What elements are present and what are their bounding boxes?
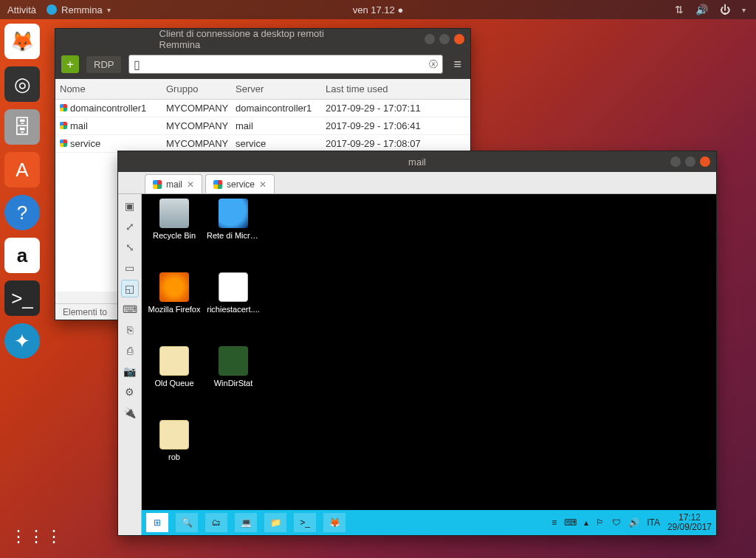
maximize-button[interactable] bbox=[685, 156, 695, 167]
session-side-toolbar: ▣ ⤢ ⤡ ▭ ◱ ⌨ ⎘ ⎙ 📷 ⚙ 🔌 bbox=[118, 194, 142, 535]
file-icon bbox=[159, 272, 189, 302]
search-input[interactable]: ▯ ⓧ bbox=[128, 55, 443, 74]
col-server[interactable]: Server bbox=[231, 83, 321, 94]
add-connection-button[interactable]: ＋ bbox=[61, 55, 79, 73]
windows-taskbar[interactable]: ⊞ 🔍 🗂 💻 📁 >_ 🦊 ≡ ⌨ ▴ 🏳 🛡 🔊 ITA 17:12 bbox=[142, 510, 716, 535]
tray-icon[interactable]: ▴ bbox=[584, 517, 588, 528]
protocol-icon bbox=[60, 104, 67, 111]
col-last[interactable]: Last time used bbox=[321, 83, 470, 94]
volume-icon[interactable]: 🔊 bbox=[695, 4, 708, 16]
start-button[interactable]: ⊞ bbox=[146, 513, 168, 532]
taskbar-item[interactable]: 💻 bbox=[235, 513, 257, 532]
launcher-terminal[interactable]: >_ bbox=[4, 280, 40, 316]
launcher-app[interactable]: ◎ bbox=[4, 66, 40, 102]
hamburger-menu-icon[interactable]: ≡ bbox=[450, 57, 464, 72]
power-icon[interactable]: ⏻ bbox=[720, 4, 730, 16]
keyboard-icon[interactable]: ⌨ bbox=[564, 517, 577, 528]
activities-button[interactable]: Attività bbox=[7, 4, 36, 16]
file-icon bbox=[219, 346, 248, 376]
protocol-icon bbox=[153, 180, 162, 189]
tray-icon[interactable]: 🛡 bbox=[612, 517, 621, 528]
show-apps-button[interactable]: ⋮⋮⋮ bbox=[10, 527, 63, 546]
table-row[interactable]: domaincontroller1 MYCOMPANY domaincontro… bbox=[55, 100, 470, 117]
session-tabbar: mail ✕ service ✕ bbox=[118, 172, 716, 194]
toolbar: ＋ RDP ▯ ⓧ ≡ bbox=[55, 49, 470, 79]
tool-button[interactable]: ⤡ bbox=[121, 238, 139, 256]
remmina-icon bbox=[47, 4, 57, 15]
icon-label: richiestacert.... bbox=[207, 305, 260, 314]
file-icon bbox=[219, 272, 248, 302]
desktop-icon[interactable]: WinDirStat bbox=[207, 346, 260, 388]
tray-icon[interactable]: 🏳 bbox=[596, 517, 605, 528]
close-button[interactable] bbox=[454, 34, 464, 44]
desktop-icon[interactable]: Rete di Micros... bbox=[207, 199, 260, 240]
lang-indicator[interactable]: ITA bbox=[647, 517, 660, 528]
tool-button[interactable]: 📷 bbox=[121, 362, 139, 380]
icon-label: Rete di Micros... bbox=[207, 231, 260, 240]
taskbar-item[interactable]: 🗂 bbox=[205, 513, 227, 532]
tab-mail[interactable]: mail ✕ bbox=[145, 174, 202, 193]
icon-label: WinDirStat bbox=[207, 379, 260, 388]
launcher-remmina[interactable]: ✦ bbox=[4, 323, 40, 359]
chevron-down-icon: ▾ bbox=[107, 6, 111, 14]
taskbar-item[interactable]: 🔍 bbox=[176, 513, 198, 532]
tool-button[interactable]: ▭ bbox=[121, 259, 139, 277]
minimize-button[interactable] bbox=[425, 34, 435, 44]
tray-icon[interactable]: 🔊 bbox=[628, 517, 639, 528]
launcher-firefox[interactable]: 🦊 bbox=[4, 24, 40, 59]
table-row[interactable]: mail MYCOMPANY mail 2017-09-29 - 17:06:4… bbox=[55, 117, 470, 135]
window-title: Client di connessione a desktop remoti R… bbox=[159, 28, 367, 50]
icon-label: Old Queue bbox=[148, 379, 201, 388]
launcher-software[interactable]: A bbox=[4, 152, 40, 187]
tray-icon[interactable]: ≡ bbox=[551, 517, 557, 528]
taskbar-item[interactable]: 🦊 bbox=[323, 513, 346, 532]
close-tab-icon[interactable]: ✕ bbox=[259, 179, 267, 190]
app-menu[interactable]: Remmina ▾ bbox=[47, 4, 111, 16]
launcher-help[interactable]: ? bbox=[4, 195, 40, 230]
taskbar-item[interactable]: >_ bbox=[294, 513, 316, 532]
tool-button[interactable]: ⚙ bbox=[121, 383, 139, 401]
clear-search-icon[interactable]: ⓧ bbox=[429, 58, 438, 71]
protocol-icon bbox=[60, 122, 67, 129]
icon-label: rob bbox=[148, 452, 201, 461]
titlebar[interactable]: Client di connessione a desktop remoti R… bbox=[55, 29, 470, 49]
col-gruppo[interactable]: Gruppo bbox=[162, 83, 231, 94]
tool-button[interactable]: ⤢ bbox=[121, 218, 139, 235]
remote-desktop-area[interactable]: ⊞ 🔍 🗂 💻 📁 >_ 🦊 ≡ ⌨ ▴ 🏳 🛡 🔊 ITA 17:12 bbox=[142, 194, 716, 535]
protocol-selector[interactable]: RDP bbox=[86, 56, 121, 73]
table-header[interactable]: Nome Gruppo Server Last time used bbox=[55, 79, 470, 100]
desktop-icon[interactable]: rob bbox=[148, 420, 201, 461]
tab-service[interactable]: service ✕ bbox=[205, 174, 275, 193]
taskbar-item[interactable]: 📁 bbox=[264, 513, 286, 532]
close-button[interactable] bbox=[700, 156, 710, 167]
taskbar-clock[interactable]: 17:12 29/09/2017 bbox=[667, 513, 712, 532]
remmina-session-window: mail mail ✕ service ✕ ▣ ⤢ ⤡ ▭ ◱ ⌨ ⎘ ⎙ 📷 bbox=[117, 151, 717, 536]
desktop-icon[interactable]: Mozilla Firefox bbox=[148, 272, 201, 314]
launcher-files[interactable]: 🗄 bbox=[4, 109, 40, 145]
minimize-button[interactable] bbox=[670, 156, 681, 167]
close-tab-icon[interactable]: ✕ bbox=[187, 179, 194, 190]
tool-button[interactable]: ⌨ bbox=[121, 300, 139, 318]
tool-button[interactable]: ⎘ bbox=[121, 321, 139, 339]
window-title: mail bbox=[408, 156, 426, 168]
clock[interactable]: ven 17.12 ● bbox=[353, 4, 404, 16]
col-nome[interactable]: Nome bbox=[55, 83, 162, 94]
tool-button[interactable]: ▣ bbox=[121, 197, 139, 215]
tool-button[interactable]: 🔌 bbox=[121, 404, 139, 421]
launcher-amazon[interactable]: a bbox=[4, 238, 40, 273]
system-tray[interactable]: ≡ ⌨ ▴ 🏳 🛡 🔊 ITA 17:12 29/09/2017 bbox=[551, 513, 712, 532]
maximize-button[interactable] bbox=[439, 34, 450, 44]
network-icon[interactable]: ⇅ bbox=[675, 4, 684, 16]
file-icon bbox=[159, 199, 189, 228]
search-icon: ▯ bbox=[134, 58, 140, 72]
icon-label: Recycle Bin bbox=[148, 231, 201, 240]
chevron-down-icon[interactable]: ▾ bbox=[742, 6, 746, 14]
tool-button[interactable]: ◱ bbox=[121, 280, 139, 297]
desktop-icon[interactable]: richiestacert.... bbox=[207, 272, 260, 314]
desktop-icon[interactable]: Old Queue bbox=[148, 346, 201, 388]
tool-button[interactable]: ⎙ bbox=[121, 342, 139, 359]
file-icon bbox=[219, 199, 248, 228]
protocol-icon bbox=[60, 140, 67, 147]
desktop-icon[interactable]: Recycle Bin bbox=[148, 199, 201, 240]
titlebar[interactable]: mail bbox=[118, 151, 716, 172]
